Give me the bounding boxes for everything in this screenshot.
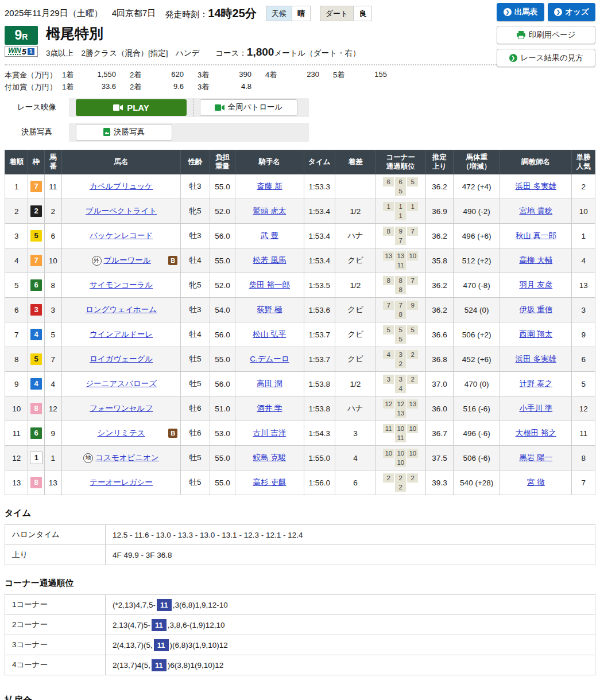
trainer-link[interactable]: 羽月 友彦 [519,281,552,289]
frame-cell: 7 [28,248,44,273]
prize-amount: 230 [284,70,319,80]
frame-cell: 6 [28,273,44,298]
trainer-cell: 羽月 友彦 [500,273,572,298]
horse-name-cell: フォーワンセルフ [62,396,181,421]
corner-position: 8 [395,310,406,319]
trainer-link[interactable]: 宮 徹 [527,478,545,487]
corner-position: 5 [395,186,406,196]
frame-cell: 7 [28,174,44,199]
carried-weight-cell: 51.0 [210,396,235,421]
horse-name-link[interactable]: ブルーペクトライト [86,207,157,215]
results-column-header: 調教師名 [500,150,572,174]
play-button[interactable]: PLAY [76,99,187,116]
horse-name-link[interactable]: フォーワンセルフ [90,404,153,413]
jockey-link[interactable]: 柴田 裕一郎 [249,281,290,289]
corner-position: 2 [395,483,406,492]
last3f-cell: 36.7 [425,421,454,446]
horse-number-cell: 5 [44,322,61,347]
jockey-link[interactable]: 松山 弘平 [253,330,286,339]
horse-name-link[interactable]: ブルーワール [104,256,151,265]
body-weight-cell: 470 (-8) [454,273,500,298]
frame-cell: 5 [28,224,44,248]
jockey-link[interactable]: 斎藤 新 [257,182,282,190]
jockey-link[interactable]: 古川 吉洋 [253,429,286,437]
horse-name-link[interactable]: ロングウェイホーム [86,305,157,314]
carried-weight-cell: 55.0 [210,470,235,495]
corner-position: 10 [407,424,418,433]
corner-position: 11 [395,260,406,270]
jockey-link[interactable]: 鮫島 克駿 [253,453,286,462]
jockey-cell: 酒井 学 [235,396,304,421]
horse-number-cell: 12 [44,396,61,421]
trainer-link[interactable]: 浜田 多実雄 [516,355,556,363]
horse-number-cell: 2 [44,199,61,224]
trainer-link[interactable]: 西園 翔太 [519,330,552,339]
prize-position: 4着 [265,70,284,80]
margin-cell: クビ [335,298,376,322]
trainer-link[interactable]: 秋山 真一郎 [516,231,556,240]
win-favorite-cell: 12 [572,396,595,421]
horse-name-link[interactable]: ウインアルドーレ [90,330,153,339]
time-cell: 1:53.4 [304,248,335,273]
horse-name-link[interactable]: バッケンレコード [90,231,153,240]
trainer-link[interactable]: 宮地 貴稔 [519,207,552,215]
horse-name-cell: シンリミテスB [62,421,181,446]
print-page-button[interactable]: 印刷用ページ [497,26,595,44]
horse-name-link[interactable]: サイモンコーラル [90,281,153,289]
results-column-header: 馬番 [44,150,61,174]
horse-name-link[interactable]: ロイガヴェーグル [90,355,153,363]
jockey-link[interactable]: 荻野 極 [257,305,282,314]
time-cell: 1:53.6 [304,298,335,322]
jockey-link[interactable]: 鷲頭 虎太 [253,207,286,215]
trainer-link[interactable]: 高柳 大輔 [519,256,552,265]
odds-button[interactable]: ❯オッズ [548,3,595,21]
jockey-link[interactable]: 松若 風馬 [253,256,286,265]
trainer-link[interactable]: 浜田 多実雄 [516,182,556,190]
trainer-link[interactable]: 大根田 裕之 [516,429,556,437]
trainer-link[interactable]: 辻野 泰之 [519,379,552,388]
frame-cell: 8 [28,396,44,421]
horse-name-link[interactable]: テーオーレガシー [90,478,153,487]
corner-row-label: 1コーナー [5,595,106,615]
course-unit: メートル（ダート・右） [274,49,360,57]
results-tbody: 1711カペルブリュッケ牡355.0斎藤 新1:53.3665536.2472 … [5,174,595,495]
trainer-link[interactable]: 小手川 準 [519,404,552,413]
corner-position: 8 [383,276,394,285]
corner-position: 4 [395,384,406,393]
jockey-link[interactable]: 武 豊 [261,231,278,240]
trainer-link[interactable]: 黒岩 陽一 [519,453,552,462]
jockey-cell: 高田 潤 [235,372,304,396]
frame-number-badge: 8 [30,477,42,488]
prize-position: 3着 [198,82,216,92]
jockey-link[interactable]: C.デムーロ [250,355,289,363]
prize-amount: 33.6 [80,82,116,92]
horse-name-cell: ロングウェイホーム [62,298,181,322]
jockey-link[interactable]: 高杉 吏麒 [253,478,286,487]
jockey-link[interactable]: 高田 潤 [257,379,282,388]
horse-name-link[interactable]: ジーニアスバローズ [86,379,157,388]
frame-cell: 1 [28,446,44,470]
corner-section-title: コーナー通過順位 [5,578,595,589]
jockey-link[interactable]: 酒井 学 [257,404,282,413]
trainer-cell: 宮 徹 [500,470,572,495]
horse-name-link[interactable]: シンリミテス [98,429,145,437]
corner-row-value: 2,13(4,7)5-11,3,8,6-(1,9)12,10 [106,615,595,635]
horse-name-link[interactable]: コスモオピニオン [95,453,159,462]
race-result-page: ❯出馬表 ❯オッズ 印刷用ページ ❯ レース結果の見方 2025年11月29日（… [0,0,600,700]
horse-name-link[interactable]: カペルブリュッケ [90,182,153,190]
finish-position-cell: 4 [5,248,28,273]
trainer-link[interactable]: 伊坂 重信 [519,305,552,314]
origin-mark: 地 [83,453,93,463]
horse-number-cell: 13 [44,470,61,495]
corner-row: 4コーナー2(13,7)4(5,11)6(3,8)1(9,10)12 [5,655,595,675]
entries-button[interactable]: ❯出馬表 [497,3,544,21]
corner-position: 7 [395,301,406,310]
result-guide-button[interactable]: ❯ レース結果の見方 [497,49,595,67]
prize-amount: 4.8 [216,82,251,92]
finish-photo-button[interactable]: 決勝写真 [76,124,172,141]
corner-order-cell: 11101011 [376,421,425,446]
horse-number-cell: 9 [44,421,61,446]
race-number-suffix: R [22,32,28,41]
payout-section-header: 払戻金 [5,695,595,700]
patrol-video-button[interactable]: 全周パトロール [200,99,297,116]
